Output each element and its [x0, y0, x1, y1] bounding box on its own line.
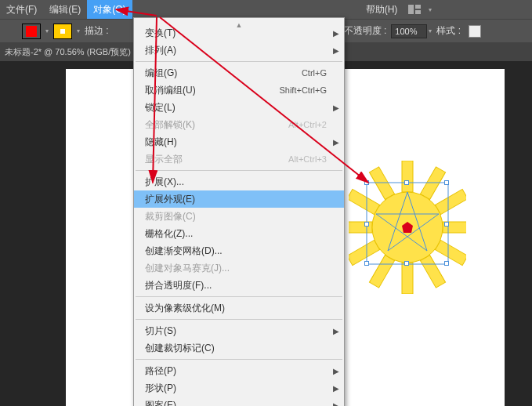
- chevron-down-icon: ▾: [429, 6, 432, 13]
- opacity-label: 不透明度 :: [344, 24, 387, 38]
- svg-rect-3: [402, 161, 413, 192]
- style-label: 样式 :: [436, 24, 461, 38]
- svg-rect-9: [402, 263, 413, 294]
- menu-item-hide[interactable]: 隐藏(H)▶: [134, 133, 344, 150]
- svg-rect-4: [420, 167, 445, 200]
- menu-item-lock[interactable]: 锁定(L)▶: [134, 99, 344, 116]
- opacity-input[interactable]: 100%: [391, 24, 427, 38]
- stroke-swatch[interactable]: [53, 24, 72, 39]
- menu-object[interactable]: 对象(O): [87, 0, 132, 19]
- selection-handle[interactable]: [444, 261, 449, 266]
- menu-item-transform[interactable]: 变换(T)▶: [134, 24, 344, 42]
- menu-item-gradient-mesh[interactable]: 创建渐变网格(D)...: [134, 242, 344, 259]
- menu-item-slice[interactable]: 切片(S)▶: [134, 322, 344, 339]
- svg-rect-2: [415, 10, 421, 14]
- menu-item-pattern[interactable]: 图案(E)▶: [134, 397, 344, 406]
- menu-item-path[interactable]: 路径(P)▶: [134, 362, 344, 379]
- fill-swatch[interactable]: [22, 24, 41, 39]
- menu-item-rasterize[interactable]: 栅格化(Z)...: [134, 225, 344, 242]
- selection-handle[interactable]: [444, 180, 449, 185]
- menu-item-trim-marks[interactable]: 创建裁切标记(C): [134, 339, 344, 357]
- menu-help[interactable]: 帮助(H): [360, 0, 404, 19]
- menu-item-expand[interactable]: 扩展(X)...: [134, 173, 344, 190]
- svg-rect-8: [420, 255, 445, 288]
- menu-file[interactable]: 文件(F): [0, 0, 43, 19]
- svg-rect-10: [369, 255, 394, 288]
- selection-handle[interactable]: [404, 180, 409, 185]
- svg-rect-14: [369, 167, 394, 200]
- chevron-down-icon[interactable]: ▾: [429, 27, 432, 34]
- svg-rect-7: [435, 240, 466, 265]
- selection-handle[interactable]: [364, 261, 369, 266]
- menu-item-object-mosaic: 创建对象马赛克(J)...: [134, 259, 344, 277]
- object-menu-dropdown: ▲ 变换(T)▶ 排列(A)▶ 编组(G)Ctrl+G 取消编组(U)Shift…: [133, 17, 345, 406]
- menu-item-flatten-transparency[interactable]: 拼合透明度(F)...: [134, 277, 344, 294]
- menu-bar: 文件(F) 编辑(E) 对象(O) 帮助(H) ▾: [0, 0, 532, 19]
- workspace-switcher-icon[interactable]: [407, 3, 424, 16]
- menu-item-ungroup[interactable]: 取消编组(U)Shift+Ctrl+G: [134, 82, 344, 99]
- stroke-label: 描边 :: [85, 24, 109, 38]
- chevron-down-icon[interactable]: ▾: [77, 27, 80, 34]
- selection-handle[interactable]: [364, 180, 369, 185]
- menu-item-expand-appearance[interactable]: 扩展外观(E): [134, 190, 344, 208]
- svg-rect-13: [349, 189, 380, 214]
- menu-item-pixel-perfect[interactable]: 设为像素级优化(M): [134, 299, 344, 317]
- menu-edit[interactable]: 编辑(E): [43, 0, 87, 19]
- selection-handle[interactable]: [404, 261, 409, 266]
- menu-item-show-all: 显示全部Alt+Ctrl+3: [134, 150, 344, 168]
- selected-artwork[interactable]: [349, 161, 466, 294]
- svg-rect-5: [435, 189, 466, 214]
- svg-rect-0: [408, 5, 414, 14]
- selection-handle[interactable]: [364, 222, 369, 227]
- svg-rect-1: [415, 5, 421, 9]
- menu-item-shape[interactable]: 形状(P)▶: [134, 379, 344, 397]
- menu-item-crop-image: 裁剪图像(C): [134, 208, 344, 225]
- style-swatch[interactable]: [469, 25, 481, 38]
- chevron-down-icon[interactable]: ▾: [45, 27, 49, 34]
- document-tab[interactable]: 未标题-2* @ 70.56% (RGB/预览): [5, 46, 131, 58]
- selection-handle[interactable]: [444, 222, 449, 227]
- menu-item-group[interactable]: 编组(G)Ctrl+G: [134, 64, 344, 82]
- menu-item-unlock-all: 全部解锁(K)Alt+Ctrl+2: [134, 116, 344, 133]
- menu-item-arrange[interactable]: 排列(A)▶: [134, 42, 344, 59]
